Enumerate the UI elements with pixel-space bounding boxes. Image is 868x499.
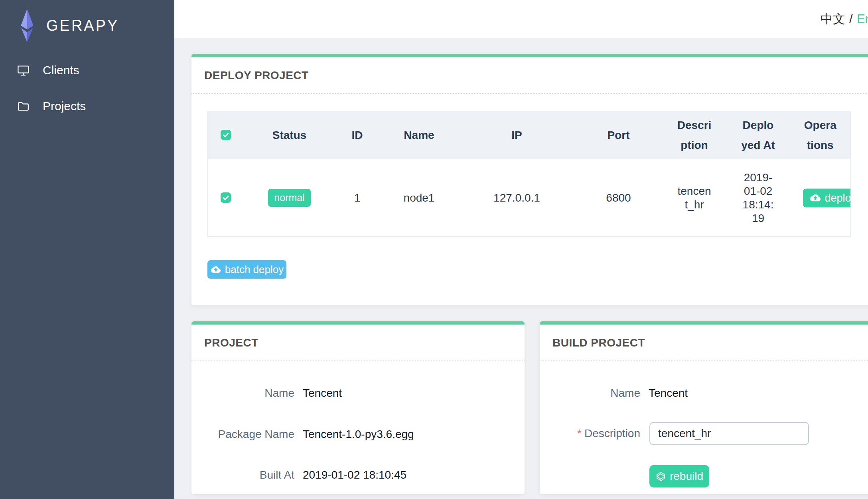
deploy-project-card: DEPLOY PROJECT	[191, 54, 868, 305]
col-ip: IP	[459, 111, 575, 159]
sidebar-menu: Clients Projects	[0, 52, 174, 124]
sidebar-item-clients[interactable]: Clients	[0, 52, 174, 88]
check-icon	[222, 131, 230, 139]
clients-table-wrap: Status ID Name IP Port Description Deplo…	[207, 111, 868, 237]
deploy-button[interactable]: deploy	[803, 188, 851, 207]
build-card-title: BUILD PROJECT	[540, 325, 868, 361]
project-package-row: Package Name Tencent-1.0-py3.6.egg	[191, 428, 414, 441]
batch-deploy-button[interactable]: batch deploy	[207, 260, 286, 279]
sidebar-item-label: Clients	[43, 63, 79, 77]
cloud-upload-icon	[210, 265, 221, 274]
clients-table: Status ID Name IP Port Description Deplo…	[207, 111, 851, 237]
rebuild-button[interactable]: rebuild	[649, 465, 709, 487]
cell-operations: deploy	[790, 159, 851, 237]
table-row: normal 1 node1 127.0.0.1 6800 tencent_hr…	[208, 159, 851, 237]
cloud-upload-icon	[809, 193, 821, 203]
col-port: Port	[575, 111, 663, 159]
col-status: Status	[244, 111, 335, 159]
build-description-row: *Description	[540, 427, 640, 440]
build-name-row: Name Tencent	[540, 386, 688, 400]
required-asterisk: *	[577, 427, 582, 440]
col-id: ID	[335, 111, 379, 159]
build-project-card: BUILD PROJECT Name Tencent *Description …	[540, 321, 868, 494]
project-card: PROJECT Name Tencent Package Name Tencen…	[191, 321, 525, 494]
cell-id: 1	[335, 159, 379, 237]
rebuild-button-label: rebuild	[670, 470, 703, 483]
card-accent-bar	[191, 54, 868, 57]
lang-zh-link[interactable]: 中文	[821, 11, 845, 28]
brand-name: GERAPY	[46, 17, 119, 34]
cell-deployed-at: 2019-01-02 18:14:19	[726, 159, 790, 237]
lang-separator: /	[849, 12, 853, 26]
brand-logo: GERAPY	[0, 0, 174, 45]
table-header-row: Status ID Name IP Port Description Deplo…	[208, 111, 851, 159]
description-input[interactable]	[649, 422, 809, 445]
row-checkbox[interactable]	[221, 192, 231, 203]
card-accent-bar	[191, 321, 525, 325]
col-operations: Operations	[790, 111, 851, 159]
field-label: Name	[540, 386, 640, 400]
field-label: Package Name	[191, 428, 294, 441]
lang-en-link[interactable]: En	[857, 12, 868, 26]
row-select-cell	[208, 159, 244, 237]
field-label: Built At	[191, 468, 294, 482]
cell-port: 6800	[575, 159, 663, 237]
deploy-card-title: DEPLOY PROJECT	[191, 57, 868, 94]
col-deployed-at: Deployed At	[726, 111, 790, 159]
language-switcher: 中文 / En	[821, 0, 868, 38]
status-badge: normal	[268, 189, 310, 207]
field-value: Tencent	[649, 386, 688, 400]
project-card-title: PROJECT	[191, 325, 525, 361]
select-all-cell	[208, 111, 244, 159]
sidebar-item-label: Projects	[43, 99, 86, 113]
cell-ip: 127.0.0.1	[459, 159, 575, 237]
cell-status: normal	[244, 159, 335, 237]
gerapy-diamond-icon	[16, 8, 38, 44]
card-accent-bar	[540, 321, 868, 325]
project-name-row: Name Tencent	[191, 386, 342, 400]
sidebar: GERAPY Clients Projects	[0, 0, 174, 499]
field-value: 2019-01-02 18:10:45	[303, 468, 406, 482]
monitor-icon	[17, 64, 30, 77]
deploy-button-label: deploy	[825, 192, 851, 204]
select-all-checkbox[interactable]	[221, 130, 231, 140]
batch-deploy-label: batch deploy	[225, 263, 284, 276]
field-label: *Description	[540, 427, 640, 440]
check-icon	[222, 194, 230, 202]
col-name: Name	[379, 111, 459, 159]
field-value: Tencent	[303, 386, 342, 400]
cell-description: tencent_hr	[663, 159, 726, 237]
page: 中文 / En GERAPY Clients	[0, 0, 868, 499]
project-built-at-row: Built At 2019-01-02 18:10:45	[191, 468, 406, 482]
field-label: Name	[191, 386, 294, 400]
top-bar: 中文 / En	[174, 0, 868, 38]
col-description: Description	[663, 111, 726, 159]
field-value: Tencent-1.0-py3.6.egg	[303, 428, 414, 441]
package-cube-icon	[655, 471, 666, 482]
cell-name: node1	[379, 159, 459, 237]
sidebar-item-projects[interactable]: Projects	[0, 88, 174, 124]
folder-icon	[17, 100, 30, 113]
